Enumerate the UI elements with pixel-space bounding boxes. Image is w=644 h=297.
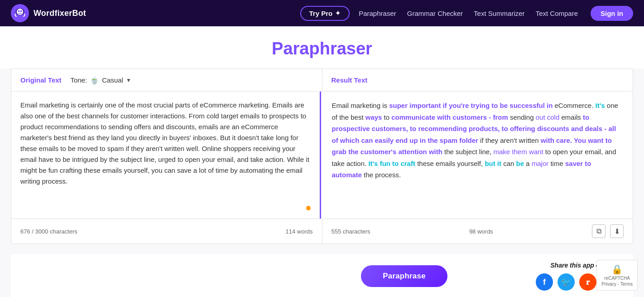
footer-left: 676 / 3000 characters 114 words bbox=[11, 219, 322, 243]
recaptcha-subtext: Privacy - Terms bbox=[601, 282, 633, 287]
card-header-right: Result Text bbox=[322, 69, 633, 91]
tone-icon: 🍵 bbox=[90, 75, 99, 85]
result-text-label: Result Text bbox=[332, 76, 368, 84]
result-char-count: 555 characters bbox=[332, 228, 370, 235]
page-title: Paraphraser bbox=[0, 39, 644, 58]
twitter-share-button[interactable]: 🐦 bbox=[557, 273, 575, 291]
sign-in-button[interactable]: Sign in bbox=[591, 6, 633, 21]
logo-text: WordfixerBot bbox=[34, 9, 86, 18]
download-button[interactable]: ⬇ bbox=[610, 224, 624, 238]
page-title-section: Paraphraser bbox=[0, 26, 644, 68]
original-text-label: Original Text bbox=[20, 76, 62, 84]
result-text-content: Email marketing is super important if yo… bbox=[332, 102, 618, 179]
footer-icons: ⧉ ⬇ bbox=[592, 224, 624, 238]
facebook-share-button[interactable]: f bbox=[536, 273, 553, 291]
recaptcha-badge: 🔒 reCAPTCHA Privacy - Terms bbox=[596, 260, 638, 291]
nav-grammar-checker[interactable]: Grammar Checker bbox=[405, 10, 465, 17]
sparkle-icon: ✦ bbox=[335, 10, 341, 17]
card-header-left: Original Text Tone: 🍵 Casual ▼ bbox=[11, 69, 322, 91]
card-body: Email marketing is certainly one of the … bbox=[11, 92, 633, 219]
original-text-content: Email marketing is certainly one of the … bbox=[20, 101, 309, 185]
svg-point-4 bbox=[20, 10, 22, 12]
word-count-left: 114 words bbox=[286, 228, 313, 235]
try-pro-button[interactable]: Try Pro ✦ bbox=[300, 6, 350, 21]
char-count: 676 / 3000 characters bbox=[20, 228, 77, 235]
share-label: Share this app on bbox=[550, 262, 603, 269]
try-pro-label: Try Pro bbox=[309, 10, 333, 17]
nav-text-summarizer[interactable]: Text Summarizer bbox=[472, 10, 527, 17]
recaptcha-text: reCAPTCHA bbox=[604, 276, 630, 281]
result-word-count: 98 words bbox=[469, 228, 493, 235]
footer-right: 555 characters 98 words ⧉ ⬇ bbox=[322, 219, 633, 243]
paraphrase-button[interactable]: Paraphrase bbox=[361, 265, 447, 287]
logo-icon bbox=[11, 4, 29, 22]
recaptcha-icon: 🔒 bbox=[611, 264, 623, 275]
card-header: Original Text Tone: 🍵 Casual ▼ Result Te… bbox=[11, 69, 633, 92]
copy-button[interactable]: ⧉ bbox=[592, 224, 606, 238]
action-section: Paraphrase Share this app on f 🐦 𝐫 in bbox=[11, 253, 633, 297]
tone-value: Casual bbox=[102, 76, 123, 84]
nav-text-compare[interactable]: Text Compare bbox=[534, 10, 580, 17]
tone-label: Tone: bbox=[71, 76, 87, 84]
original-text-area[interactable]: Email marketing is certainly one of the … bbox=[11, 92, 321, 219]
card-footer: 676 / 3000 characters 114 words 555 char… bbox=[11, 219, 633, 243]
result-text-area: Email marketing is super important if yo… bbox=[321, 92, 633, 219]
navbar: WordfixerBot Try Pro ✦ Paraphraser Gramm… bbox=[0, 0, 644, 26]
paraphrase-btn-wrap: Paraphrase bbox=[277, 265, 532, 287]
logo[interactable]: WordfixerBot bbox=[11, 4, 86, 22]
svg-point-3 bbox=[18, 10, 20, 12]
orange-dot bbox=[306, 206, 311, 210]
reddit-share-button[interactable]: 𝐫 bbox=[579, 273, 596, 291]
main-card: Original Text Tone: 🍵 Casual ▼ Result Te… bbox=[11, 68, 633, 244]
tone-selector[interactable]: Tone: 🍵 Casual ▼ bbox=[71, 75, 131, 85]
chevron-down-icon: ▼ bbox=[126, 77, 131, 83]
nav-paraphraser[interactable]: Paraphraser bbox=[357, 10, 398, 17]
